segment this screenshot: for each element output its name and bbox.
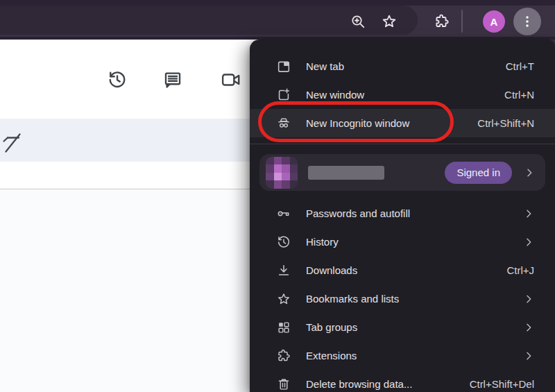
menu-item-delete-browsing-data[interactable]: Delete browsing data... Ctrl+Shift+Del: [250, 370, 555, 392]
profile-avatar-pixelated: [266, 157, 298, 189]
signed-in-badge: Signed in: [445, 162, 512, 184]
menu-item-bookmarks-and-lists[interactable]: Bookmarks and lists: [250, 284, 555, 313]
bookmark-star-icon[interactable]: [381, 13, 398, 30]
menu-item-label: Delete browsing data...: [306, 378, 412, 390]
menu-item-label: Passwords and autofill: [306, 207, 410, 219]
tab-groups-grid-icon: [276, 320, 291, 335]
menu-item-shortcut: Ctrl+T: [506, 60, 534, 72]
new-tab-icon: [276, 59, 291, 74]
profile-card[interactable]: Signed in: [259, 154, 545, 191]
key-icon: [276, 206, 291, 221]
menu-item-label: New tab: [306, 60, 344, 72]
menu-item-shortcut: Ctrl+Shift+Del: [470, 378, 534, 390]
window-frame-strip: [0, 0, 555, 6]
browser-menu-button[interactable]: [513, 8, 541, 35]
profile-name-redacted: [308, 166, 384, 180]
new-window-icon: [276, 87, 291, 103]
crossed-cursor-icon: [2, 132, 24, 154]
chevron-right-icon: [524, 167, 535, 178]
menu-item-new-tab[interactable]: New tab Ctrl+T: [250, 52, 555, 80]
menu-item-label: New Incognito window: [306, 117, 409, 129]
browser-dropdown-menu: New tab Ctrl+T New window Ctrl+N: [250, 40, 555, 392]
profile-avatar[interactable]: A: [483, 10, 505, 33]
menu-item-label: Extensions: [306, 350, 357, 361]
menu-item-extensions[interactable]: Extensions: [250, 341, 555, 370]
menu-item-passwords-and-autofill[interactable]: Passwords and autofill: [250, 199, 555, 228]
chevron-right-icon: [523, 208, 534, 219]
download-icon: [276, 263, 291, 278]
menu-divider: [250, 144, 555, 144]
menu-item-shortcut: Ctrl+N: [504, 89, 534, 101]
menu-item-label: New window: [306, 89, 364, 101]
menu-item-downloads[interactable]: Downloads Ctrl+J: [250, 256, 555, 284]
menu-item-history[interactable]: History: [250, 228, 555, 256]
zoom-in-icon[interactable]: [350, 13, 366, 30]
chevron-right-icon: [523, 237, 534, 248]
chevron-right-icon: [523, 293, 534, 305]
menu-item-shortcut: Ctrl+Shift+N: [477, 117, 534, 129]
trash-icon: [276, 377, 291, 392]
menu-item-label: Tab groups: [306, 321, 357, 333]
menu-item-label: History: [306, 236, 339, 248]
menu-item-new-incognito-window[interactable]: New Incognito window Ctrl+Shift+N: [250, 109, 555, 137]
screenshot-root: A New tab Ctrl+T: [0, 0, 555, 392]
version-history-clock-icon[interactable]: [107, 69, 128, 90]
history-icon: [276, 235, 291, 250]
three-dots-menu-icon: [520, 14, 535, 29]
menu-item-new-window[interactable]: New window Ctrl+N: [250, 80, 555, 109]
browser-toolbar: A: [0, 0, 555, 40]
incognito-icon: [276, 116, 291, 131]
extensions-puzzle-icon: [276, 348, 291, 364]
menu-item-shortcut: Ctrl+J: [506, 264, 534, 276]
menu-item-label: Bookmarks and lists: [306, 293, 399, 305]
star-icon: [276, 291, 291, 307]
comment-icon[interactable]: [162, 69, 183, 90]
menu-item-label: Downloads: [306, 264, 357, 276]
menu-item-tab-groups[interactable]: Tab groups: [250, 313, 555, 341]
video-camera-icon[interactable]: [221, 69, 241, 90]
chevron-right-icon: [523, 322, 534, 333]
toolbar-divider: [461, 10, 463, 33]
extensions-puzzle-icon[interactable]: [434, 13, 450, 30]
chevron-right-icon: [523, 350, 534, 361]
